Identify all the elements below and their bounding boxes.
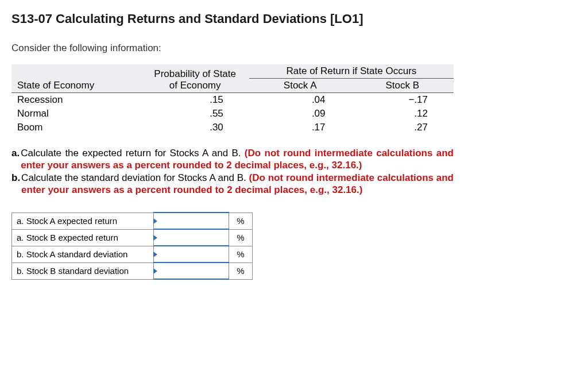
answer-row: b. Stock B standard deviation % [12, 262, 253, 279]
table-row: Normal .55 .09 .12 [11, 107, 454, 121]
prob-cell: .15 [141, 93, 249, 107]
answer-label: b. Stock A standard deviation [12, 246, 154, 262]
col-prob-line1: Probability of State [154, 68, 236, 79]
stock-a-cell: .04 [249, 93, 351, 107]
page-title: S13-07 Calculating Returns and Standard … [11, 11, 577, 26]
question-b-text: Calculate the standard deviation for Sto… [21, 172, 249, 183]
stock-a-expected-return-input[interactable] [154, 214, 229, 228]
answer-row: a. Stock B expected return % [12, 229, 253, 246]
answer-label: b. Stock B standard deviation [12, 262, 154, 279]
triangle-icon [153, 218, 157, 224]
col-stock-a: Stock A [249, 79, 351, 93]
stock-b-std-dev-input[interactable] [154, 264, 229, 278]
triangle-icon [153, 252, 157, 257]
prob-cell: .30 [141, 121, 249, 134]
triangle-icon [153, 268, 157, 274]
unit-label: % [229, 262, 253, 279]
question-letter: a. [11, 147, 20, 172]
prob-cell: .55 [141, 107, 249, 121]
table-row: Recession .15 .04 −.17 [11, 93, 454, 107]
stock-b-cell: .27 [351, 121, 454, 134]
col-state: State of Economy [11, 79, 141, 93]
question-letter: b. [11, 172, 20, 196]
ror-header: Rate of Return if State Occurs [249, 64, 454, 79]
unit-label: % [229, 213, 253, 229]
answer-label: a. Stock A expected return [12, 213, 154, 229]
state-cell: Boom [11, 121, 141, 134]
state-cell: Recession [11, 93, 141, 107]
unit-label: % [229, 246, 253, 262]
triangle-icon [153, 235, 157, 241]
stock-b-cell: −.17 [351, 93, 454, 107]
answer-row: b. Stock A standard deviation % [12, 246, 253, 262]
col-stock-b: Stock B [351, 79, 454, 93]
table-row: Boom .30 .17 .27 [11, 121, 454, 134]
stock-a-cell: .17 [249, 121, 351, 134]
questions-block: a. Calculate the expected return for Sto… [11, 147, 454, 196]
answer-table: a. Stock A expected return % a. Stock B … [11, 212, 253, 280]
answer-row: a. Stock A expected return % [12, 213, 253, 229]
stock-b-expected-return-input[interactable] [154, 231, 229, 245]
unit-label: % [229, 229, 253, 246]
col-prob-line2: of Economy [169, 80, 221, 91]
stock-b-cell: .12 [351, 107, 454, 121]
data-table: Probability of State of Economy Rate of … [11, 64, 454, 134]
intro-text: Consider the following information: [11, 43, 577, 54]
stock-a-cell: .09 [249, 107, 351, 121]
stock-a-std-dev-input[interactable] [154, 248, 229, 261]
answer-label: a. Stock B expected return [12, 229, 154, 246]
question-a-text: Calculate the expected return for Stocks… [21, 148, 245, 159]
state-cell: Normal [11, 107, 141, 121]
